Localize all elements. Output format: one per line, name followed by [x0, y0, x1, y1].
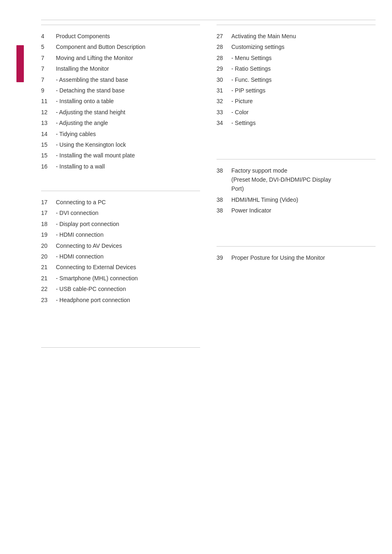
toc-num: 13 [41, 118, 56, 127]
toc-text: Product Components [56, 32, 110, 41]
toc-num: 9 [41, 86, 56, 95]
spacer [41, 313, 200, 324]
toc-num: 4 [41, 32, 56, 41]
spacer [41, 336, 200, 347]
toc-num: 31 [217, 86, 231, 95]
toc-num: 30 [217, 75, 231, 84]
toc-num: 17 [41, 198, 56, 207]
toc-num: 7 [41, 53, 56, 62]
divider-left-2 [41, 191, 200, 191]
toc-entry: 14 - Tidying cables [41, 129, 200, 138]
toc-entry: 9 - Detaching the stand base [41, 86, 200, 95]
toc-entry: 7 - Assembling the stand base [41, 75, 200, 84]
toc-num: 16 [41, 162, 56, 171]
toc-num: 7 [41, 75, 56, 84]
toc-num: 38 [217, 195, 231, 204]
toc-entry: 20 - HDMI connection [41, 252, 200, 261]
toc-entry: 28 Customizing settings [217, 42, 376, 51]
toc-text: - Color [231, 108, 249, 117]
toc-num: 12 [41, 108, 56, 117]
toc-text: - HDMI connection [56, 252, 104, 261]
toc-text: - PIP settings [231, 86, 265, 95]
toc-entry: 15 - Using the Kensington lock [41, 140, 200, 149]
sidebar-accent-bar [16, 45, 24, 82]
toc-text: - Assembling the stand base [56, 75, 128, 84]
toc-entry: 11 - Installing onto a table [41, 97, 200, 106]
toc-text: - Menu Settings [231, 53, 272, 62]
toc-num: 33 [217, 108, 231, 117]
toc-entry: 38 HDMI/MHL Timing (Video) [217, 195, 376, 204]
divider-left-1 [41, 25, 200, 25]
toc-entry: 17 - DVI connection [41, 208, 200, 217]
toc-num: 15 [41, 140, 56, 149]
toc-entry: 4 Product Components [41, 32, 200, 41]
spacer [217, 223, 376, 235]
toc-text: - Tidying cables [56, 129, 96, 138]
right-section-3: 39 Proper Posture for Using the Monitor [217, 246, 376, 262]
right-section-1: 27 Activating the Main Menu 28 Customizi… [217, 25, 376, 128]
toc-entry: 32 - Picture [217, 97, 376, 106]
toc-num: 22 [41, 284, 56, 293]
toc-entry: 38 Power Indicator [217, 206, 376, 215]
toc-entry: 39 Proper Posture for Using the Monitor [217, 253, 376, 262]
toc-text: Connecting to External Devices [56, 263, 136, 272]
toc-text: - Picture [231, 97, 253, 106]
toc-text: - Detaching the stand base [56, 86, 125, 95]
toc-num: 19 [41, 230, 56, 239]
toc-num: 32 [217, 97, 231, 106]
toc-text: Installing the Monitor [56, 64, 109, 73]
toc-text: Customizing settings [231, 42, 284, 51]
toc-text: - Installing the wall mount plate [56, 151, 135, 160]
toc-entry: 13 - Adjusting the angle [41, 118, 200, 127]
toc-num: 29 [217, 64, 231, 73]
toc-num: 5 [41, 42, 56, 51]
toc-num: 38 [217, 206, 231, 215]
toc-entry: 34 - Settings [217, 118, 376, 127]
toc-entry: 20 Connecting to AV Devices [41, 241, 200, 250]
toc-num: 39 [217, 253, 231, 262]
toc-text: - Func. Settings [231, 75, 272, 84]
toc-num: 20 [41, 252, 56, 261]
toc-num: 17 [41, 208, 56, 217]
toc-text: - USB cable-PC connection [56, 284, 126, 293]
spacer [41, 324, 200, 336]
toc-entry: 12 - Adjusting the stand height [41, 108, 200, 117]
right-section-2: 38 Factory support mode (Preset Mode, DV… [217, 159, 376, 215]
toc-text: Connecting to a PC [56, 198, 106, 207]
toc-entry: 21 Connecting to External Devices [41, 263, 200, 272]
toc-num: 23 [41, 295, 56, 305]
toc-text: - Installing onto a table [56, 97, 114, 106]
divider-right-3 [217, 246, 376, 247]
toc-entry: 30 - Func. Settings [217, 75, 376, 84]
toc-entry: 23 - Headphone port connection [41, 295, 200, 305]
toc-entry: 7 Moving and Lifting the Monitor [41, 53, 200, 62]
toc-text: Proper Posture for Using the Monitor [231, 253, 325, 262]
toc-text: Connecting to AV Devices [56, 241, 122, 250]
toc-text: - Headphone port connection [56, 295, 130, 305]
toc-entry: 17 Connecting to a PC [41, 198, 200, 207]
toc-entry: 33 - Color [217, 108, 376, 117]
toc-num: 21 [41, 274, 56, 283]
toc-text: - Settings [231, 118, 256, 127]
toc-num: 28 [217, 53, 231, 62]
toc-entry: 16 - Installing to a wall [41, 162, 200, 171]
left-section-2: 17 Connecting to a PC 17 - DVI connectio… [41, 191, 200, 305]
toc-text: Power Indicator [231, 206, 271, 215]
toc-entry: 21 - Smartphone (MHL) connection [41, 274, 200, 283]
toc-num: 20 [41, 241, 56, 250]
toc-text: Activating the Main Menu [231, 32, 296, 41]
toc-text: HDMI/MHL Timing (Video) [231, 195, 298, 204]
toc-text: - Adjusting the angle [56, 118, 108, 127]
toc-text: Moving and Lifting the Monitor [56, 53, 133, 62]
toc-num: 27 [217, 32, 231, 41]
divider-left-bottom [41, 347, 200, 348]
toc-num: 15 [41, 151, 56, 160]
toc-text: - DVI connection [56, 208, 99, 217]
top-rule [41, 20, 376, 20]
right-column: 27 Activating the Main Menu 28 Customizi… [217, 25, 376, 538]
toc-multiline-entry: 38 Factory support mode (Preset Mode, DV… [217, 166, 376, 194]
toc-entry: 31 - PIP settings [217, 86, 376, 95]
toc-entry: 27 Activating the Main Menu [217, 32, 376, 41]
toc-num: 18 [41, 219, 56, 229]
toc-text: Factory support mode (Preset Mode, DVI-D… [231, 166, 331, 194]
